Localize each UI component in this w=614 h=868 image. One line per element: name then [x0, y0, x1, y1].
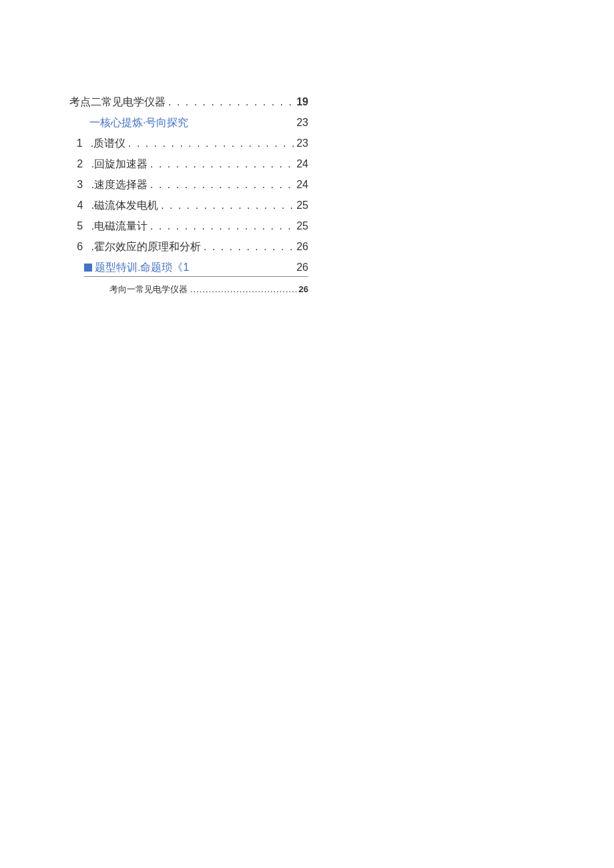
- toc-item-4: 4 .磁流体发电机 . . . . . . . . . . . . . . . …: [75, 199, 308, 213]
- toc-item-label: .磁流体发电机: [91, 199, 158, 213]
- toc-subitem-page: 26: [299, 284, 308, 294]
- toc-item-label: .回旋加速器: [91, 157, 147, 171]
- toc-item-num: 1: [75, 137, 84, 149]
- toc-section-b-page: 26: [296, 262, 308, 274]
- toc-item-num: 6: [75, 241, 85, 253]
- toc-item-page: 25: [296, 220, 308, 232]
- toc-item-label: .速度选择器: [91, 178, 147, 192]
- toc-dots: . . . . . . . . . . . . . . . . . . . . …: [147, 220, 296, 232]
- toc-item-num: 5: [75, 220, 85, 232]
- toc-item-1: 1 .质谱仪 . . . . . . . . . . . . . . . . .…: [75, 137, 308, 151]
- toc-item-6: 6 .霍尔效应的原理和分析 . . . . . . . . . . . . . …: [75, 240, 308, 254]
- toc-item-num: 2: [75, 158, 85, 170]
- toc-item-3: 3 .速度选择器 . . . . . . . . . . . . . . . .…: [75, 178, 308, 192]
- square-bullet-icon: [84, 264, 92, 272]
- toc-dots: ........................................…: [188, 284, 299, 294]
- toc-dots: . . . . . . . . . . . . . . . . . . . . …: [125, 137, 296, 149]
- toc-item-page: 24: [296, 158, 308, 170]
- toc-main-heading: 考点二常见电学仪器 . . . . . . . . . . . . . . . …: [69, 95, 308, 109]
- toc-section-a-page: 23: [296, 117, 308, 129]
- toc-subitem: 考向一常见电学仪器 ..............................…: [109, 284, 308, 296]
- toc-item-label: .电磁流量计: [91, 220, 147, 234]
- toc-section-b-suffix: 命题琐《1: [140, 261, 189, 275]
- table-of-contents: 考点二常见电学仪器 . . . . . . . . . . . . . . . …: [69, 95, 308, 296]
- toc-section-b-prefix: 题型特训.: [95, 261, 140, 275]
- toc-section-a: 一核心提炼·号向探究 23: [89, 116, 308, 130]
- toc-dots: . . . . . . . . . . . . . . . .: [201, 241, 296, 253]
- toc-item-page: 25: [296, 199, 308, 211]
- toc-main-page: 19: [296, 96, 308, 108]
- toc-item-page: 26: [296, 241, 308, 253]
- toc-item-5: 5 .电磁流量计 . . . . . . . . . . . . . . . .…: [75, 220, 308, 234]
- toc-item-num: 3: [75, 179, 85, 191]
- toc-subitem-label: 考向一常见电学仪器: [109, 284, 188, 296]
- toc-dots: . . . . . . . . . . . . . . . . . . . . …: [147, 158, 296, 170]
- toc-item-page: 24: [296, 179, 308, 191]
- toc-section-a-label: 一核心提炼·号向探究: [89, 116, 188, 130]
- toc-dots: . . . . . . . . . . . . . . . . . . . . …: [166, 96, 296, 108]
- toc-item-label: .质谱仪: [91, 137, 125, 151]
- toc-item-num: 4: [75, 199, 85, 211]
- toc-item-label: .霍尔效应的原理和分析: [91, 240, 201, 254]
- toc-item-page: 23: [296, 137, 308, 149]
- toc-dots: . . . . . . . . . . . . . . . . . . . . …: [158, 199, 296, 211]
- toc-item-2: 2 .回旋加速器 . . . . . . . . . . . . . . . .…: [75, 157, 308, 171]
- toc-dots: . . . . . . . . . . . . . . . . . . . . …: [147, 179, 296, 191]
- toc-main-label: 考点二常见电学仪器: [69, 95, 166, 109]
- toc-section-b: 题型特训. 命题琐《1 26: [84, 261, 308, 277]
